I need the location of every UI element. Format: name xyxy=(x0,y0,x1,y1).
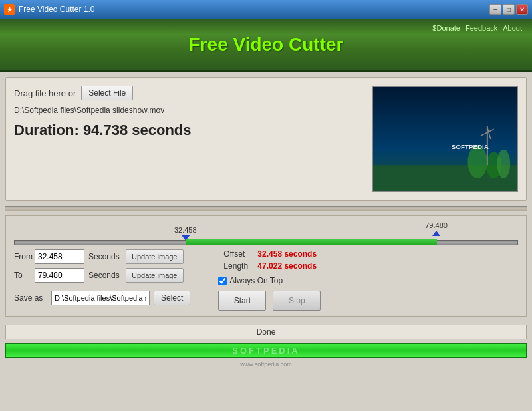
select-output-button[interactable]: Select xyxy=(154,291,190,305)
right-triangle-icon xyxy=(432,231,440,236)
update-image-from-button[interactable]: Update image xyxy=(126,249,184,264)
title-bar: ★ Free Video Cutter 1.0 − □ ✕ xyxy=(0,0,532,19)
window-controls: − □ ✕ xyxy=(489,4,528,15)
app-window: Free Video Cutter $Donate Feedback About… xyxy=(0,19,532,411)
window-title: Free Video Cutter 1.0 xyxy=(19,5,95,14)
length-label: Length xyxy=(223,261,253,271)
buttons-and-check: Always On Top Start Stop xyxy=(218,276,321,311)
save-as-label: Save as xyxy=(14,293,47,303)
left-marker-label: 32.458 xyxy=(174,226,197,234)
save-as-row: Save as Select xyxy=(14,291,190,305)
header-links: $Donate Feedback About xyxy=(432,24,522,32)
from-row: From Seconds Update image xyxy=(14,249,190,264)
length-row: Length 47.022 seconds xyxy=(223,261,321,271)
stop-button[interactable]: Stop xyxy=(273,291,321,311)
offset-value: 32.458 seconds xyxy=(257,249,317,259)
always-on-top-checkbox[interactable] xyxy=(218,277,227,285)
offset-label: Offset xyxy=(223,249,253,259)
always-on-top-section: Always On Top xyxy=(218,276,283,285)
length-value: 47.022 seconds xyxy=(257,261,317,271)
close-button[interactable]: ✕ xyxy=(516,4,528,15)
svg-point-2 xyxy=(467,146,487,178)
duration-text: Duration: 94.738 seconds xyxy=(14,122,362,139)
to-seconds-label: Seconds xyxy=(88,271,122,280)
save-path-input[interactable] xyxy=(51,291,150,305)
from-to-section: From Seconds Update image To Seconds Upd… xyxy=(14,249,190,305)
app-icon: ★ xyxy=(4,4,15,15)
always-on-top-label: Always On Top xyxy=(229,276,283,285)
timeline-track[interactable] xyxy=(14,240,518,245)
drag-row: Drag file here or Select File xyxy=(14,86,362,100)
feedback-link[interactable]: Feedback xyxy=(466,24,497,32)
select-file-button[interactable]: Select File xyxy=(81,86,133,100)
from-seconds-label: Seconds xyxy=(88,252,122,261)
separator xyxy=(5,206,527,211)
maximize-button[interactable]: □ xyxy=(503,4,515,15)
right-controls: Offset 32.458 seconds Length 47.022 seco… xyxy=(218,249,321,311)
progress-bar: SOFTPEDIA xyxy=(5,343,527,358)
credit-text: www.softpedia.com xyxy=(240,361,292,368)
video-thumbnail-svg: SOFTPEDIA xyxy=(373,86,517,192)
timeline-selection xyxy=(186,239,437,245)
video-preview: SOFTPEDIA xyxy=(372,86,518,192)
to-row: To Seconds Update image xyxy=(14,268,190,283)
video-preview-inner: SOFTPEDIA xyxy=(373,87,517,191)
bottom-credit: www.softpedia.com xyxy=(0,360,532,368)
file-path: D:\Softpedia files\Softpedia slideshow.m… xyxy=(14,106,362,115)
start-stop-row: Start Stop xyxy=(218,291,321,311)
left-marker[interactable]: 32.458 xyxy=(174,226,197,241)
about-link[interactable]: About xyxy=(503,24,522,32)
donate-link[interactable]: $Donate xyxy=(432,24,460,32)
progress-text: SOFTPEDIA xyxy=(232,346,299,356)
app-title: Free Video Cutter xyxy=(13,34,519,55)
update-image-to-button[interactable]: Update image xyxy=(126,268,184,283)
from-label: From xyxy=(14,252,31,261)
offset-length-section: Offset 32.458 seconds Length 47.022 seco… xyxy=(218,249,321,271)
start-button[interactable]: Start xyxy=(218,291,266,311)
app-header: Free Video Cutter $Donate Feedback About xyxy=(0,19,532,72)
status-bar: Done xyxy=(5,325,527,339)
right-marker-container: 79.480 xyxy=(425,221,448,236)
timeline-section: 32.458 79.480 From Seconds xyxy=(5,215,527,317)
to-label: To xyxy=(14,271,31,280)
drag-label: Drag file here or xyxy=(14,88,76,98)
file-section: Drag file here or Select File D:\Softped… xyxy=(5,77,527,201)
offset-row: Offset 32.458 seconds xyxy=(223,249,321,259)
controls-row: From Seconds Update image To Seconds Upd… xyxy=(14,249,518,311)
timeline-bar-container: 32.458 79.480 xyxy=(14,221,518,245)
minimize-button[interactable]: − xyxy=(489,4,501,15)
to-input[interactable] xyxy=(35,268,84,283)
svg-text:SOFTPEDIA: SOFTPEDIA xyxy=(452,143,489,150)
file-info: Drag file here or Select File D:\Softped… xyxy=(14,86,362,139)
status-text: Done xyxy=(257,327,276,337)
from-input[interactable] xyxy=(35,249,84,264)
right-marker-label: 79.480 xyxy=(425,221,448,229)
svg-point-4 xyxy=(497,150,511,178)
